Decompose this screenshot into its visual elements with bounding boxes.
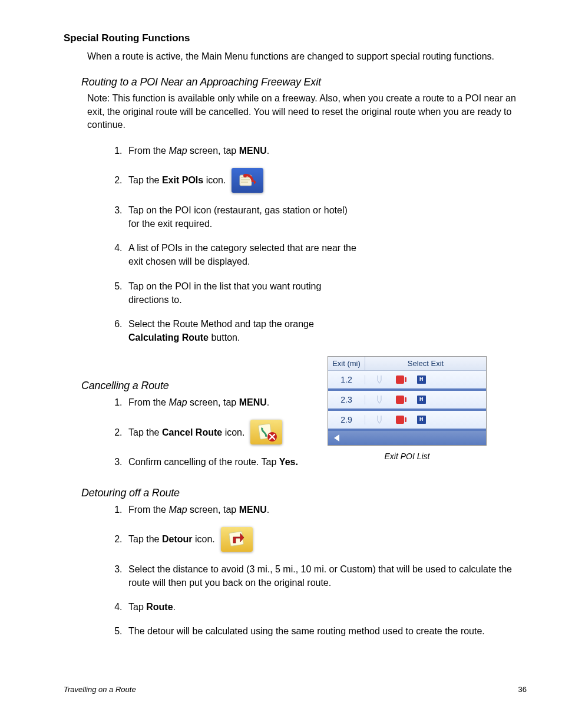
restaurant-icon: [376, 375, 383, 384]
step-item: From the Map screen, tap MENU.: [125, 144, 361, 157]
cell-distance: 2.9: [328, 415, 365, 424]
gas-station-icon: [396, 396, 404, 404]
step-item: The detour will be calculated using the …: [125, 624, 527, 638]
gas-station-icon: [396, 375, 404, 384]
figure-caption: Exit POI List: [328, 452, 487, 461]
cancel-route-icon: [250, 420, 282, 444]
hotel-icon: [417, 375, 426, 384]
gas-station-icon: [396, 416, 404, 424]
footer-section-name: Travelling on a Route: [64, 685, 136, 694]
note-text: Note: This function is available only wh…: [87, 92, 527, 131]
hotel-icon: [417, 416, 426, 424]
table-row: 2.3: [328, 391, 486, 411]
exit-pois-icon: [232, 168, 263, 193]
figure-footer-bar: [328, 431, 486, 445]
figure-exit-poi-list: Exit (mi) Select Exit 1.2 2.3: [328, 356, 487, 461]
page-footer: Travelling on a Route 36: [64, 685, 527, 694]
table-header: Exit (mi) Select Exit: [328, 357, 486, 371]
ordered-steps-routing: From the Map screen, tap MENU. Tap the E…: [87, 144, 361, 345]
screenshot-select-exit: Exit (mi) Select Exit 1.2 2.3: [328, 356, 487, 446]
back-arrow-icon: [334, 434, 339, 442]
step-item: Tap the Exit POIs icon.: [125, 168, 361, 193]
restaurant-icon: [376, 396, 383, 404]
step-item: Tap on the POI in the list that you want…: [125, 279, 361, 307]
svg-point-1: [243, 174, 247, 177]
restaurant-icon: [376, 416, 383, 424]
step-item: Tap the Detour icon.: [125, 527, 527, 552]
step-item: From the Map screen, tap MENU.: [125, 503, 527, 516]
table-row: 2.9: [328, 411, 486, 431]
step-item: Select the distance to avoid (3 mi., 5 m…: [125, 562, 527, 589]
page-number: 36: [518, 685, 527, 694]
subheading-routing-poi: Routing to a POI Near an Approaching Fre…: [81, 76, 527, 88]
intro-paragraph: When a route is active, the Main Menu fu…: [87, 50, 527, 63]
section-heading: Special Routing Functions: [64, 32, 527, 44]
step-item: Tap Route.: [125, 600, 527, 614]
ordered-steps-detour: From the Map screen, tap MENU. Tap the D…: [87, 503, 527, 638]
table-row: 1.2: [328, 371, 486, 391]
header-select-exit: Select Exit: [365, 357, 486, 370]
detour-icon: [221, 527, 253, 552]
hotel-icon: [417, 396, 426, 404]
step-item: Tap on the POI icon (restaurant, gas sta…: [125, 203, 361, 230]
cell-distance: 1.2: [328, 375, 365, 384]
subheading-detour: Detouring off a Route: [81, 487, 527, 499]
step-item: A list of POIs in the category selected …: [125, 241, 361, 268]
cell-distance: 2.3: [328, 395, 365, 404]
header-exit-mi: Exit (mi): [328, 357, 365, 370]
step-item: Select the Route Method and tap the oran…: [125, 317, 361, 344]
